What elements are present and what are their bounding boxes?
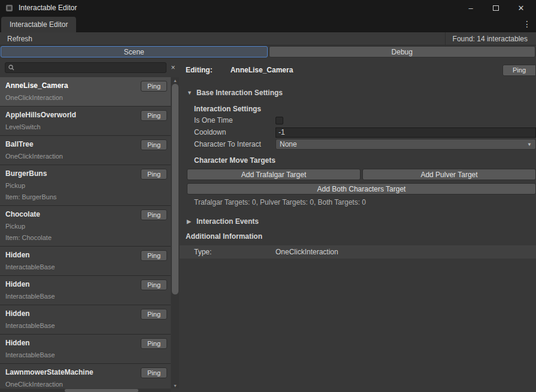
item-subtitle: OneClickInteraction: [5, 152, 136, 160]
item-subtitle: OneClickInteraction: [5, 380, 136, 388]
is-one-time-checkbox[interactable]: [275, 117, 283, 124]
item-name: LawnmowerStateMachine: [5, 367, 136, 377]
ping-button[interactable]: Ping: [141, 250, 167, 261]
foldout-open-icon: ▼: [187, 90, 192, 96]
maximize-button[interactable]: [486, 1, 506, 14]
item-name: Chocolate: [5, 209, 136, 219]
item-name: Hidden: [5, 279, 136, 289]
item-subtitle: InteractableBase: [5, 292, 136, 300]
is-one-time-label: Is One Time: [194, 116, 275, 124]
item-subtitle: OneClickInteraction: [5, 93, 136, 102]
scroll-up-icon[interactable]: ▲: [171, 77, 179, 83]
list-item-applehills-overworld[interactable]: AppleHillsOverworld LevelSwitch Ping: [0, 107, 171, 136]
item-name: Hidden: [5, 250, 136, 260]
type-value: OneClickInteraction: [275, 248, 338, 256]
list-item-hidden-3[interactable]: Hidden InteractableBase Ping: [0, 305, 171, 335]
character-to-interact-row: Character To Interact None ▼: [194, 138, 536, 150]
interaction-settings-header: Interaction Settings: [194, 105, 536, 114]
ping-button[interactable]: Ping: [141, 110, 167, 121]
search-input[interactable]: [17, 63, 163, 72]
horizontal-scrollbar-thumb[interactable]: [65, 389, 138, 392]
interaction-events-foldout[interactable]: ▶ Interaction Events: [187, 217, 536, 226]
base-interaction-settings-foldout[interactable]: ▼ Base Interaction Settings: [187, 88, 536, 98]
window-title: Interactable Editor: [19, 4, 77, 12]
list-item-chocolate[interactable]: Chocolate Pickup Item: Chocolate Ping: [0, 206, 171, 247]
type-label: Type:: [194, 248, 275, 256]
list-item-hidden-2[interactable]: Hidden InteractableBase Ping: [0, 276, 171, 305]
target-buttons-row: Add Trafalgar Target Add Pulver Target: [187, 169, 536, 180]
foldout-label: Base Interaction Settings: [196, 89, 283, 97]
ping-button[interactable]: Ping: [141, 309, 167, 320]
app-icon: [5, 4, 14, 13]
search-clear-button[interactable]: ×: [168, 63, 178, 72]
vertical-scrollbar-thumb[interactable]: [172, 84, 178, 294]
item-name: AnneLise_Camera: [5, 81, 136, 90]
tab-interactable-editor[interactable]: Interactable Editor: [1, 17, 76, 32]
character-move-targets-header: Character Move Targets: [194, 156, 536, 166]
list-item-lawnmower-statemachine[interactable]: LawnmowerStateMachine OneClickInteractio…: [0, 364, 171, 388]
scroll-down-icon[interactable]: ▼: [171, 382, 179, 388]
cooldown-input[interactable]: [275, 127, 536, 138]
cooldown-label: Cooldown: [194, 128, 275, 136]
foldout-label: Interaction Events: [196, 217, 259, 226]
type-row: Type: OneClickInteraction: [180, 245, 536, 259]
chevron-down-icon: ▼: [527, 142, 532, 147]
kebab-menu-icon[interactable]: ⋮: [523, 19, 536, 32]
is-one-time-row: Is One Time: [194, 114, 536, 126]
character-to-interact-label: Character To Interact: [194, 140, 275, 148]
close-button[interactable]: ✕: [511, 1, 531, 14]
add-both-characters-target-button[interactable]: Add Both Characters Target: [187, 183, 536, 195]
item-subtitle: InteractableBase: [5, 351, 136, 359]
foldout-closed-icon: ▶: [187, 218, 192, 224]
list-item-annelise-camera[interactable]: AnneLise_Camera OneClickInteraction Ping: [0, 77, 171, 107]
editing-value: AnneLise_Camera: [231, 66, 293, 74]
list-item-burgerbuns[interactable]: BurgerBuns Pickup Item: BurgerBuns Ping: [0, 165, 171, 206]
item-name: BallTree: [5, 139, 136, 149]
item-name: BurgerBuns: [5, 169, 136, 178]
both-target-button-row: Add Both Characters Target: [187, 183, 536, 195]
editor-tab-strip: Interactable Editor ⋮: [0, 16, 536, 32]
list-item-hidden-1[interactable]: Hidden InteractableBase Ping: [0, 247, 171, 276]
tab-debug[interactable]: Debug: [269, 46, 536, 57]
interactable-editor-window: { "window": { "title": "Interactable Edi…: [0, 0, 536, 392]
add-pulver-target-button[interactable]: Add Pulver Target: [362, 169, 536, 180]
item-subtitle: LevelSwitch: [5, 123, 136, 131]
character-to-interact-dropdown[interactable]: None ▼: [275, 139, 536, 150]
ping-button[interactable]: Ping: [141, 279, 167, 290]
list-item-hidden-4[interactable]: Hidden InteractableBase Ping: [0, 335, 171, 364]
targets-summary: Trafalgar Targets: 0, Pulver Targets: 0,…: [194, 198, 536, 207]
item-subtitle: InteractableBase: [5, 321, 136, 330]
interactable-list: AnneLise_Camera OneClickInteraction Ping…: [0, 77, 171, 388]
horizontal-scrollbar[interactable]: [0, 389, 171, 392]
add-trafalgar-target-button[interactable]: Add Trafalgar Target: [187, 169, 361, 180]
item-name: Hidden: [5, 338, 136, 348]
search-row: ×: [0, 59, 180, 76]
list-item-balltree[interactable]: BallTree OneClickInteraction Ping: [0, 136, 171, 165]
item-subtitle: Item: BurgerBuns: [5, 193, 136, 201]
item-subtitle: Pickup: [5, 222, 136, 230]
view-tabs: Scene Debug: [1, 46, 535, 57]
item-name: Hidden: [5, 309, 136, 318]
tab-scene[interactable]: Scene: [1, 46, 268, 57]
item-subtitle: Pickup: [5, 181, 136, 190]
vertical-scrollbar[interactable]: ▲ ▼: [171, 77, 179, 388]
ping-button[interactable]: Ping: [141, 338, 167, 349]
inspector-ping-button[interactable]: Ping: [502, 65, 536, 76]
ping-button[interactable]: Ping: [141, 209, 167, 220]
additional-information-header: Additional Information: [186, 232, 536, 242]
ping-button[interactable]: Ping: [141, 81, 167, 92]
item-subtitle: InteractableBase: [5, 263, 136, 271]
item-name: AppleHillsOverworld: [5, 110, 136, 120]
search-icon: [8, 65, 14, 71]
ping-button[interactable]: Ping: [141, 139, 167, 150]
title-bar: Interactable Editor – ✕: [0, 0, 536, 16]
ping-button[interactable]: Ping: [141, 367, 167, 378]
refresh-button[interactable]: Refresh: [0, 32, 40, 45]
editing-header: Editing: AnneLise_Camera Ping: [186, 64, 536, 76]
scene-list-panel: × AnneLise_Camera OneClickInteraction Pi…: [0, 59, 180, 392]
ping-button[interactable]: Ping: [141, 169, 167, 180]
minimize-button[interactable]: –: [461, 1, 481, 14]
search-box[interactable]: [5, 62, 166, 73]
dropdown-value: None: [280, 140, 297, 148]
editing-label: Editing:: [186, 66, 213, 74]
